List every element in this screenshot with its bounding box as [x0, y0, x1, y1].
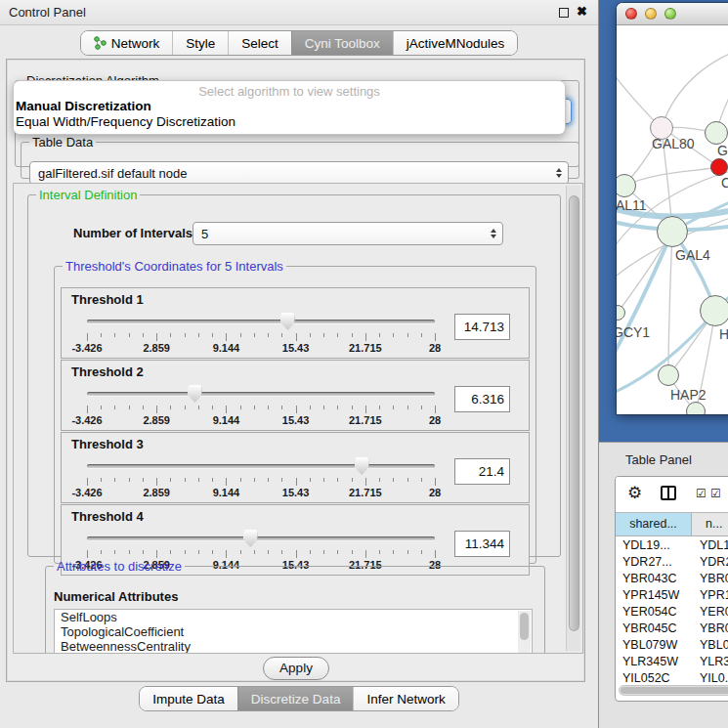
network-node[interactable] — [686, 402, 706, 414]
panel-scrollbar-thumb[interactable] — [569, 195, 579, 631]
tick-mark — [281, 550, 282, 554]
threshold-slider[interactable]: -3.4262.8599.14415.4321.71528 — [79, 312, 445, 357]
zoom-traffic-light-icon[interactable] — [664, 8, 676, 20]
table-row[interactable]: YBL079WYBL0... — [616, 637, 728, 654]
tick-mark — [281, 406, 282, 409]
algorithm-option-equal-width-frequency-discretization[interactable]: Equal Width/Frequency Discretization — [14, 114, 565, 130]
table-data-combo-value: galFiltered.sif default node — [30, 166, 550, 181]
attribute-item-betweennesscentrality[interactable]: BetweennessCentrality — [55, 639, 532, 654]
bottom-tabbar: Impute DataDiscretize DataInfer Network — [0, 686, 598, 711]
tab-cyni-toolbox[interactable]: Cyni Toolbox — [291, 31, 393, 55]
tick-mark — [101, 406, 102, 409]
tab-impute-data[interactable]: Impute Data — [140, 687, 237, 710]
slider-track[interactable] — [87, 536, 435, 540]
table-row[interactable]: YPR145WYPR1... — [616, 587, 728, 604]
network-node-hap2[interactable] — [658, 364, 679, 386]
tick-mark — [310, 478, 311, 482]
float-window-icon[interactable] — [559, 8, 569, 18]
tick-mark — [226, 333, 227, 341]
tick-mark — [323, 550, 324, 554]
attribute-item-selfloops[interactable]: SelfLoops — [55, 610, 532, 624]
numerical-attributes-list[interactable]: SelfLoopsTopologicalCoefficientBetweenne… — [54, 609, 533, 654]
table-row[interactable]: YLR345WYLR3... — [616, 654, 728, 670]
network-node-h[interactable] — [700, 295, 728, 326]
tick-mark — [129, 550, 130, 554]
threshold-slider[interactable]: -3.4262.8599.14415.4321.71528 — [79, 456, 445, 501]
tick-mark — [198, 550, 199, 554]
close-icon[interactable] — [577, 4, 587, 19]
threshold-value-field[interactable]: 14.713 — [454, 314, 510, 340]
table-row[interactable]: YBR043CYBR0... — [616, 571, 728, 587]
checkbox-icon[interactable] — [710, 487, 721, 500]
column-header-name[interactable]: n... — [692, 513, 728, 535]
close-traffic-light-icon[interactable] — [625, 8, 637, 20]
number-of-intervals-combo[interactable]: 5 — [193, 222, 503, 245]
table-row[interactable]: YBR045CYBR0... — [616, 621, 728, 637]
table-cell: YBR045C — [616, 621, 692, 637]
slider-track[interactable] — [87, 392, 435, 396]
tab-style[interactable]: Style — [172, 31, 228, 55]
node-label: GAL4 — [675, 247, 710, 263]
tick-mark — [143, 550, 144, 554]
tick-mark — [296, 478, 297, 486]
tick-mark — [185, 406, 186, 409]
checkbox-icon[interactable] — [696, 487, 707, 500]
panel-vertical-scrollbar[interactable] — [566, 186, 580, 651]
tab-discretize-data[interactable]: Discretize Data — [237, 687, 354, 710]
network-node-g[interactable] — [705, 121, 728, 145]
threshold-value-field[interactable]: 11.344 — [454, 531, 510, 557]
slider-thumb[interactable] — [280, 313, 295, 330]
stepper-icon — [550, 165, 568, 181]
tab-network[interactable]: Network — [81, 31, 173, 55]
slider-thumb[interactable] — [355, 457, 369, 475]
apply-button[interactable]: Apply — [263, 657, 329, 680]
network-window-titlebar[interactable] — [617, 3, 728, 25]
slider-thumb[interactable] — [243, 530, 258, 547]
network-node-gal4[interactable] — [657, 216, 688, 247]
threshold-value-field[interactable]: 6.316 — [454, 386, 510, 412]
algorithm-dropdown-popup: Select algorithm to view settings Manual… — [13, 80, 566, 135]
tick-label: 21.715 — [349, 487, 382, 498]
list-scrollbar[interactable] — [518, 611, 531, 654]
tick-mark — [337, 333, 338, 337]
threshold-slider[interactable]: -3.4262.8599.14415.4321.71528 — [79, 384, 445, 429]
table-cell: YER0... — [692, 604, 728, 621]
tab-infer-network[interactable]: Infer Network — [353, 687, 457, 710]
slider-thumb[interactable] — [188, 385, 202, 403]
tab-select[interactable]: Select — [228, 31, 291, 55]
table-horizontal-scrollbar[interactable] — [619, 685, 728, 696]
network-canvas[interactable]: GAL80G.CGAL11GAL4GCY1HHAP2 — [617, 25, 728, 414]
tab-label: Infer Network — [366, 692, 445, 707]
slider-track[interactable] — [87, 464, 435, 468]
slider-track[interactable] — [87, 320, 435, 323]
table-data-combo[interactable]: galFiltered.sif default node — [29, 161, 569, 185]
gear-icon[interactable] — [627, 483, 642, 503]
list-scrollbar-thumb[interactable] — [520, 613, 529, 640]
tick-label: 2.859 — [143, 487, 170, 498]
network-node-c[interactable] — [710, 158, 728, 176]
attributes-group-title: Attributes to discretize — [54, 559, 185, 574]
tick-mark — [129, 478, 130, 482]
minimize-traffic-light-icon[interactable] — [645, 8, 657, 20]
table-row[interactable]: YDR27...YDR2... — [616, 554, 728, 571]
algorithm-option-manual-discretization[interactable]: Manual Discretization — [14, 99, 565, 114]
slider-range: -3.4262.8599.14415.4321.71528 — [87, 312, 435, 357]
table-cell: YDL1... — [692, 537, 728, 554]
slider-ticks — [87, 478, 435, 486]
top-tabbar: NetworkStyleSelectCyni ToolboxjActiveMNo… — [0, 30, 598, 56]
table-row[interactable]: YIL052CYIL0... — [616, 670, 728, 682]
tick-mark — [170, 550, 171, 554]
tick-mark — [435, 333, 436, 341]
tab-label: Network — [111, 36, 160, 51]
tick-mark — [310, 550, 311, 554]
table-data-group-title: Table Data — [29, 135, 96, 150]
threshold-value-field[interactable]: 21.4 — [454, 458, 510, 485]
table-row[interactable]: YDL19...YDL1... — [616, 537, 728, 554]
tab-jactivemnodules[interactable]: jActiveMNodules — [393, 31, 518, 55]
table-row[interactable]: YER054CYER0... — [616, 604, 728, 621]
tick-mark — [254, 550, 255, 554]
table-scrollbar-thumb[interactable] — [621, 687, 728, 694]
column-layout-icon[interactable] — [661, 486, 676, 500]
attribute-item-topologicalcoefficient[interactable]: TopologicalCoefficient — [55, 624, 532, 639]
column-header-shared-name[interactable]: shared... — [616, 513, 692, 535]
